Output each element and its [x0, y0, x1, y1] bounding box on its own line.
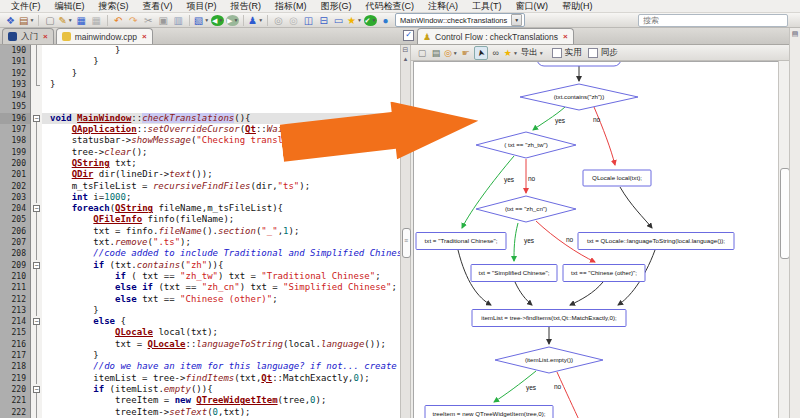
redo-icon[interactable]: ↷ — [127, 14, 140, 27]
fold-margin[interactable]: − — [31, 203, 42, 214]
save-all-icon[interactable]: ▦ — [90, 14, 103, 27]
fold-margin[interactable] — [31, 271, 42, 282]
function-selector[interactable]: MainWindow::checkTranslations▼ — [395, 13, 525, 27]
useful-checkbox[interactable]: 实用 — [552, 47, 582, 59]
forward-icon[interactable]: ▶▼ — [226, 15, 239, 26]
fold-margin[interactable] — [31, 327, 42, 338]
chevron-down-icon[interactable]: ▼ — [258, 17, 263, 23]
fold-marker-icon[interactable]: − — [33, 386, 40, 393]
single-window-icon[interactable]: ▭ — [332, 14, 345, 27]
fold-marker-icon[interactable]: − — [33, 262, 40, 269]
paste-icon[interactable]: ▥ — [172, 14, 185, 27]
menu-item-2[interactable]: 搜索(S) — [92, 0, 136, 13]
find-icon[interactable]: ◎ — [287, 14, 300, 27]
graph-sync-checkbox[interactable]: ✓ — [403, 30, 414, 41]
find-entity-icon[interactable]: ◎ — [272, 14, 285, 27]
split-horizontal-icon[interactable]: ⊟ — [317, 14, 330, 27]
fold-margin[interactable] — [31, 124, 42, 135]
start-node[interactable] — [537, 62, 621, 66]
tab-control-flow[interactable]: ♟ Control Flow : checkTranslations × — [417, 28, 574, 44]
reports-icon[interactable]: ▤▼ — [19, 14, 34, 27]
close-icon[interactable]: × — [43, 32, 48, 41]
find-in-graph-icon[interactable]: ∞ — [490, 47, 502, 59]
fold-marker-icon[interactable]: − — [33, 205, 40, 212]
chevron-down-icon[interactable]: ▼ — [513, 50, 518, 56]
fold-margin[interactable] — [31, 294, 42, 305]
fold-margin[interactable]: − — [31, 113, 42, 124]
dependency-browser-icon[interactable]: ♟▼ — [248, 14, 263, 27]
fold-margin[interactable]: − — [31, 384, 42, 395]
fold-margin[interactable] — [31, 395, 42, 406]
fold-margin[interactable] — [31, 350, 42, 361]
new-project-icon[interactable]: ❖ — [4, 14, 17, 27]
chevron-down-icon[interactable]: ▼ — [218, 17, 223, 23]
fold-margin[interactable] — [31, 226, 42, 237]
fold-marker-icon[interactable]: − — [33, 115, 40, 122]
select-cursor-icon[interactable]: ➤ — [474, 46, 488, 60]
graph-favorites-icon[interactable]: ★▼ — [504, 47, 518, 59]
fold-margin[interactable] — [31, 339, 42, 350]
chevron-down-icon[interactable]: ▼ — [371, 17, 376, 23]
dock-minimize-icon[interactable]: ⊟ — [401, 45, 410, 54]
code-editor[interactable]: 190 }191 }192 }193}194195196−void MainWi… — [0, 45, 400, 418]
copy-icon[interactable]: ▣ — [157, 14, 170, 27]
graph-vertical-scrollbar[interactable] — [778, 61, 789, 418]
fold-margin[interactable] — [31, 147, 42, 158]
menu-item-0[interactable]: 文件(F) — [4, 0, 48, 13]
fold-margin[interactable]: − — [31, 260, 42, 271]
fold-margin[interactable] — [31, 373, 42, 384]
fold-margin[interactable] — [31, 407, 42, 418]
fold-margin[interactable] — [31, 158, 42, 169]
menu-item-7[interactable]: 图形(G) — [314, 0, 359, 13]
chevron-down-icon[interactable]: ▼ — [29, 17, 34, 23]
chevron-down-icon[interactable]: ▼ — [511, 14, 522, 26]
chevron-down-icon[interactable]: ▼ — [233, 17, 238, 23]
print-icon[interactable]: ▤ — [430, 47, 442, 59]
fold-margin[interactable] — [31, 181, 42, 192]
splitter-handle[interactable] — [402, 228, 411, 258]
fold-margin[interactable] — [31, 248, 42, 259]
menu-item-12[interactable]: 帮助(H) — [555, 0, 600, 13]
zoom-icon[interactable]: ◎▼ — [444, 47, 458, 59]
dock-panel-icon[interactable]: ▤ — [792, 30, 799, 37]
fold-margin[interactable]: − — [31, 316, 42, 327]
fold-marker-icon[interactable]: − — [33, 318, 40, 325]
fold-margin[interactable] — [31, 169, 42, 180]
open-file-icon[interactable]: ✎▼ — [58, 14, 72, 27]
browse-mode-icon[interactable]: ● — [379, 14, 392, 27]
chevron-down-icon[interactable]: ▼ — [68, 17, 73, 23]
fold-margin[interactable] — [31, 101, 42, 112]
menu-item-10[interactable]: 工具(T) — [465, 0, 509, 13]
new-file-icon[interactable]: ▢ — [43, 14, 56, 27]
tab-mainwindow.cpp[interactable]: mainwindow.cpp× — [56, 28, 153, 44]
save-icon[interactable]: ▦ — [75, 14, 88, 27]
menu-item-9[interactable]: 注释(A) — [421, 0, 465, 13]
copy-graph-icon[interactable]: ▢ — [416, 47, 428, 59]
fold-margin[interactable] — [31, 45, 42, 56]
fold-margin[interactable] — [31, 282, 42, 293]
fold-margin[interactable] — [31, 79, 42, 90]
back-icon[interactable]: ◀▼ — [211, 15, 224, 26]
close-icon[interactable]: × — [563, 32, 568, 41]
tab-入门[interactable]: 入门× — [2, 28, 54, 44]
close-icon[interactable]: × — [142, 32, 147, 41]
cut-icon[interactable]: ✂ — [142, 14, 155, 27]
undo-icon[interactable]: ↶ — [112, 14, 125, 27]
fold-margin[interactable] — [31, 361, 42, 372]
menu-item-1[interactable]: 编辑(E) — [48, 0, 92, 13]
fold-margin[interactable] — [31, 68, 42, 79]
chevron-down-icon[interactable]: ▼ — [204, 17, 209, 23]
fold-margin[interactable] — [31, 237, 42, 248]
search-input[interactable] — [638, 14, 788, 27]
dock-collapse-icon[interactable]: ▴ — [401, 54, 410, 63]
fold-margin[interactable] — [31, 56, 42, 67]
architecture-icon[interactable]: ▧▼ — [194, 14, 209, 27]
visited-icon[interactable]: ✔▼ — [364, 15, 377, 26]
menu-item-3[interactable]: 查看(V) — [136, 0, 180, 13]
menu-item-5[interactable]: 报告(R) — [224, 0, 269, 13]
fold-margin[interactable] — [31, 192, 42, 203]
pan-hand-icon[interactable]: ☛ — [460, 47, 472, 59]
sync-checkbox[interactable]: 同步 — [588, 47, 618, 59]
menu-item-11[interactable]: 窗口(W) — [509, 0, 556, 13]
menu-item-4[interactable]: 项目(P) — [180, 0, 224, 13]
